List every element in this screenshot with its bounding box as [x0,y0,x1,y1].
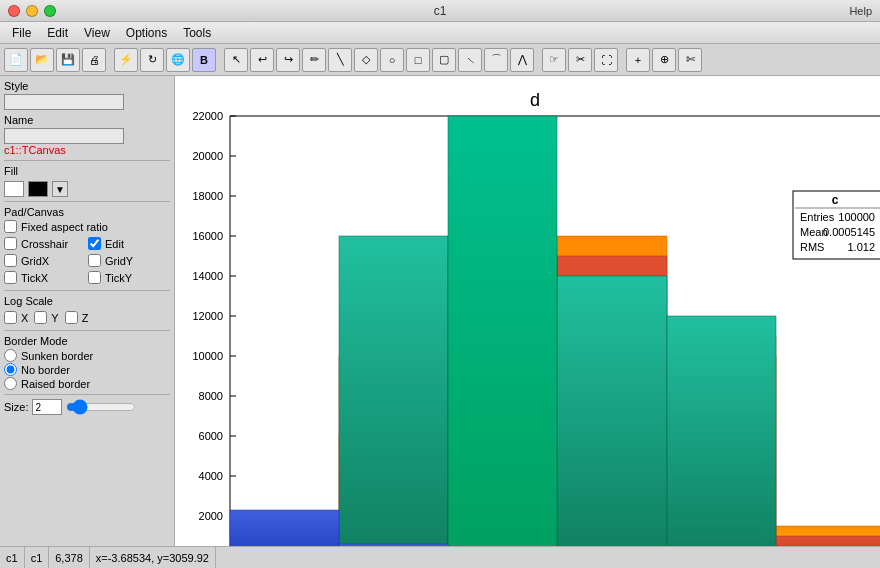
fill-row: ▼ [4,181,170,197]
border-mode-label: Border Mode [4,335,170,347]
tb-move[interactable]: ⛶ [594,48,618,72]
raised-radio[interactable] [4,377,17,390]
tb-rect[interactable]: □ [406,48,430,72]
logz-checkbox[interactable] [65,311,78,324]
name-input[interactable] [4,128,124,144]
logx-checkbox[interactable] [4,311,17,324]
tb-pen[interactable]: ✏ [302,48,326,72]
no-border-radio[interactable] [4,363,17,376]
size-slider[interactable] [66,399,136,415]
tb-hand[interactable]: ☞ [542,48,566,72]
tb-arrow[interactable]: ↖ [224,48,248,72]
tb-save[interactable]: 💾 [56,48,80,72]
svg-text:6000: 6000 [199,430,223,442]
menu-options[interactable]: Options [118,24,175,42]
logx-label: X [21,312,28,324]
gridy-checkbox[interactable] [88,254,101,267]
tb-refresh[interactable]: ↻ [140,48,164,72]
crosshair-label: Crosshair [21,238,68,250]
tb-line[interactable]: ⟍ [458,48,482,72]
tickx-checkbox[interactable] [4,271,17,284]
menu-edit[interactable]: Edit [39,24,76,42]
hist-teal-bin2 [339,236,448,546]
logz-label: Z [82,312,89,324]
legend-entries-label: Entries [800,211,835,223]
svg-text:10000: 10000 [192,350,223,362]
statusbar: c1 c1 6,378 x=-3.68534, y=3059.92 [0,546,880,568]
ticky-checkbox[interactable] [88,271,101,284]
window-controls [8,5,56,17]
tb-plus[interactable]: ⊕ [652,48,676,72]
log-scale-row: X Y Z [4,309,170,326]
close-button[interactable] [8,5,20,17]
tb-oval[interactable]: ○ [380,48,404,72]
tb-b[interactable]: B [192,48,216,72]
tb-roundrect[interactable]: ▢ [432,48,456,72]
style-label: Style [4,80,170,92]
log-scale-label: Log Scale [4,295,170,307]
svg-text:22000: 22000 [192,110,223,122]
raised-label: Raised border [21,378,90,390]
help-button[interactable]: Help [849,5,872,17]
canvas-area[interactable]: d 0 2000 4000 6000 8000 10000 12000 1400… [175,76,880,546]
status-seg2: c1 [25,547,50,568]
tb-open[interactable]: 📂 [30,48,54,72]
fixed-aspect-checkbox[interactable] [4,220,17,233]
tb-scissors[interactable]: ✂ [568,48,592,72]
tb-undo[interactable]: ↩ [250,48,274,72]
tb-scissors2[interactable]: ✄ [678,48,702,72]
hist-teal-bin5 [667,316,776,546]
tb-redo[interactable]: ↪ [276,48,300,72]
logy-label: Y [51,312,58,324]
tb-arc[interactable]: ⌒ [484,48,508,72]
size-row: Size: [4,399,170,415]
minimize-button[interactable] [26,5,38,17]
logy-checkbox[interactable] [34,311,47,324]
gridy-label: GridY [105,255,133,267]
status-seg1: c1 [0,547,25,568]
fill-dropdown[interactable]: ▼ [52,181,68,197]
svg-text:18000: 18000 [192,190,223,202]
toolbar: 📄 📂 💾 🖨 ⚡ ↻ 🌐 B ↖ ↩ ↪ ✏ ╲ ◇ ○ □ ▢ ⟍ ⌒ ⋀ … [0,44,880,76]
hist-blue-bin2 [339,544,448,546]
tb-pencil[interactable]: ╲ [328,48,352,72]
fill-color-black[interactable] [28,181,48,197]
menubar: File Edit View Options Tools [0,22,880,44]
style-input[interactable] [4,94,124,110]
tb-cross[interactable]: + [626,48,650,72]
svg-text:2000: 2000 [199,510,223,522]
hist-green-bin3 [448,116,557,546]
tb-print[interactable]: 🖨 [82,48,106,72]
svg-text:14000: 14000 [192,270,223,282]
tb-lightning[interactable]: ⚡ [114,48,138,72]
legend-mean-value: 0.0005145 [823,226,875,238]
edit-checkbox[interactable] [88,237,101,250]
tb-polyline[interactable]: ⋀ [510,48,534,72]
svg-text:20000: 20000 [192,150,223,162]
tb-globe[interactable]: 🌐 [166,48,190,72]
window-title: c1 [434,4,447,18]
maximize-button[interactable] [44,5,56,17]
size-input[interactable] [32,399,62,415]
gridx-checkbox[interactable] [4,254,17,267]
tb-new[interactable]: 📄 [4,48,28,72]
edit-label: Edit [105,238,124,250]
svg-text:12000: 12000 [192,310,223,322]
tb-diamond[interactable]: ◇ [354,48,378,72]
menu-tools[interactable]: Tools [175,24,219,42]
menu-file[interactable]: File [4,24,39,42]
hist-red-bin6 [776,536,880,546]
svg-text:4000: 4000 [199,470,223,482]
svg-text:8000: 8000 [199,390,223,402]
crosshair-checkbox[interactable] [4,237,17,250]
legend-rms-label: RMS [800,241,824,253]
status-seg3: 6,378 [49,547,90,568]
fill-color-white[interactable] [4,181,24,197]
menu-view[interactable]: View [76,24,118,42]
sunken-radio[interactable] [4,349,17,362]
class-link[interactable]: c1::TCanvas [4,144,170,156]
hist-teal-bin4 [557,276,667,546]
status-seg4: x=-3.68534, y=3059.92 [90,547,216,568]
main-area: Style Name c1::TCanvas Fill ▼ Pad/Canvas… [0,76,880,546]
legend-entries-value: 100000 [838,211,875,223]
